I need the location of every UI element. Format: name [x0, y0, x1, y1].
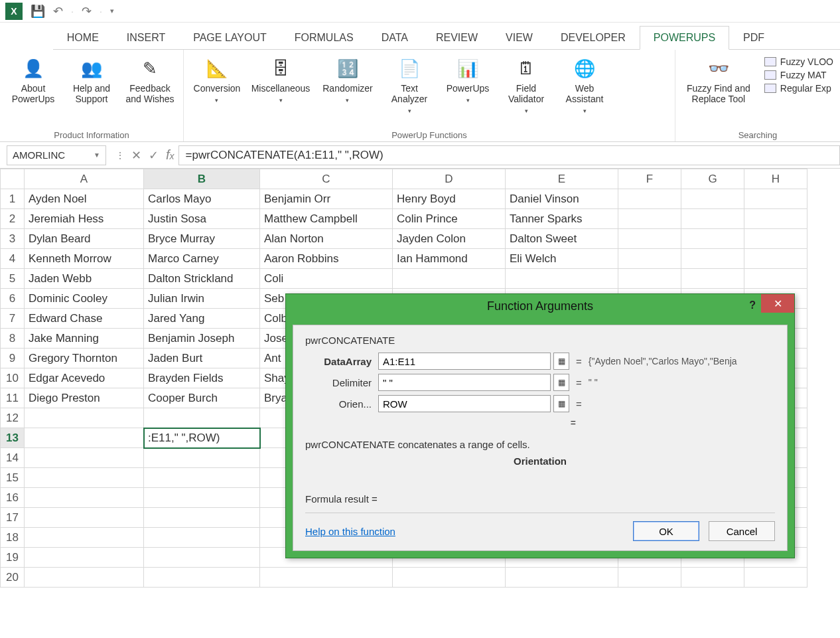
cell-D5[interactable]: [393, 269, 506, 289]
row-header-3[interactable]: 3: [1, 229, 25, 249]
dialog-titlebar[interactable]: Function Arguments ? ✕: [286, 294, 794, 318]
text-analyzer-button[interactable]: 📄Text Analyzer▾: [383, 54, 436, 118]
tab-pdf[interactable]: PDF: [729, 26, 778, 50]
cell-B13[interactable]: :E11," ",ROW): [144, 428, 260, 448]
cell-C20[interactable]: [260, 568, 393, 588]
column-header-G[interactable]: G: [681, 169, 744, 189]
cell-D4[interactable]: Ian Hammond: [393, 249, 506, 269]
cell-D1[interactable]: Henry Boyd: [393, 189, 506, 209]
cell-A5[interactable]: Jaden Webb: [25, 269, 144, 289]
cell-B6[interactable]: Julian Irwin: [144, 289, 260, 309]
cell-C5[interactable]: Coli: [260, 269, 393, 289]
web-assistant-button[interactable]: 🌐Web Assistant▾: [558, 54, 611, 118]
select-all-cell[interactable]: [1, 169, 25, 189]
cell-A7[interactable]: Edward Chase: [25, 309, 144, 329]
range-selector-icon[interactable]: ▦: [553, 374, 569, 391]
column-header-D[interactable]: D: [393, 169, 506, 189]
cell-F1[interactable]: [618, 189, 681, 209]
regular-exp-button[interactable]: Regular Exp: [764, 83, 833, 94]
dialog-close-icon[interactable]: ✕: [761, 294, 794, 313]
cell-G20[interactable]: [681, 568, 744, 588]
cell-E4[interactable]: Eli Welch: [506, 249, 618, 269]
cell-E5[interactable]: [506, 269, 618, 289]
cell-B15[interactable]: [144, 468, 260, 488]
cell-F3[interactable]: [618, 229, 681, 249]
fuzzy-find-replace-button[interactable]: 👓Fuzzy Find and Replace Tool: [682, 54, 755, 107]
arg-input-delimiter[interactable]: [378, 374, 551, 391]
tab-insert[interactable]: INSERT: [113, 26, 179, 50]
cell-B11[interactable]: Cooper Burch: [144, 388, 260, 408]
cell-G1[interactable]: [681, 189, 744, 209]
cell-E20[interactable]: [506, 568, 618, 588]
tab-powerups[interactable]: POWERUPS: [640, 26, 729, 50]
cell-A9[interactable]: Gregory Thornton: [25, 349, 144, 368]
row-header-18[interactable]: 18: [1, 528, 25, 548]
dialog-help-icon[interactable]: ?: [749, 299, 756, 311]
cell-G3[interactable]: [681, 229, 744, 249]
cell-H3[interactable]: [744, 229, 807, 249]
cell-F5[interactable]: [618, 269, 681, 289]
enter-formula-icon[interactable]: ✓: [145, 148, 162, 163]
cell-B9[interactable]: Jaden Burt: [144, 349, 260, 368]
row-header-16[interactable]: 16: [1, 488, 25, 508]
cell-H1[interactable]: [744, 189, 807, 209]
tab-view[interactable]: VIEW: [492, 26, 547, 50]
cell-B2[interactable]: Justin Sosa: [144, 209, 260, 229]
cell-B16[interactable]: [144, 488, 260, 508]
help-support-button[interactable]: 👥Help and Support: [65, 54, 118, 107]
cell-B19[interactable]: [144, 548, 260, 568]
cell-G5[interactable]: [681, 269, 744, 289]
chevron-down-icon[interactable]: ▼: [94, 151, 100, 159]
cell-H5[interactable]: [744, 269, 807, 289]
cell-F2[interactable]: [618, 209, 681, 229]
help-on-function-link[interactable]: Help on this function: [305, 526, 395, 537]
ok-button[interactable]: OK: [633, 521, 699, 541]
formula-input[interactable]: =pwrCONCATENATE(A1:E11," ",ROW): [178, 145, 840, 165]
tab-data[interactable]: DATA: [368, 26, 422, 50]
cell-B3[interactable]: Bryce Murray: [144, 229, 260, 249]
tab-page-layout[interactable]: PAGE LAYOUT: [179, 26, 281, 50]
cell-A4[interactable]: Kenneth Morrow: [25, 249, 144, 269]
cell-F20[interactable]: [618, 568, 681, 588]
tab-formulas[interactable]: FORMULAS: [281, 26, 368, 50]
cell-B14[interactable]: [144, 448, 260, 468]
about-powerups-button[interactable]: 👤About PowerUps: [7, 54, 60, 107]
cell-C1[interactable]: Benjamin Orr: [260, 189, 393, 209]
row-header-4[interactable]: 4: [1, 249, 25, 269]
save-icon[interactable]: 💾: [31, 4, 45, 19]
name-box[interactable]: AMORLINC ▼: [7, 145, 106, 165]
column-header-B[interactable]: B: [144, 169, 260, 189]
cell-B17[interactable]: [144, 508, 260, 528]
tab-developer[interactable]: DEVELOPER: [547, 26, 640, 50]
row-header-10[interactable]: 10: [1, 368, 25, 388]
cell-E1[interactable]: Daniel Vinson: [506, 189, 618, 209]
row-header-12[interactable]: 12: [1, 408, 25, 428]
cell-A19[interactable]: [25, 548, 144, 568]
cell-B12[interactable]: [144, 408, 260, 428]
fuzzy-vlookup-button[interactable]: Fuzzy VLOO: [764, 56, 833, 67]
cell-B1[interactable]: Carlos Mayo: [144, 189, 260, 209]
field-validator-button[interactable]: 🗓Field Validator▾: [500, 54, 553, 118]
cell-A10[interactable]: Edgar Acevedo: [25, 368, 144, 388]
cell-B10[interactable]: Brayden Fields: [144, 368, 260, 388]
row-header-7[interactable]: 7: [1, 309, 25, 329]
column-header-E[interactable]: E: [506, 169, 618, 189]
cell-D2[interactable]: Colin Prince: [393, 209, 506, 229]
cell-E3[interactable]: Dalton Sweet: [506, 229, 618, 249]
cell-C3[interactable]: Alan Norton: [260, 229, 393, 249]
customize-qat-icon[interactable]: ▾: [110, 7, 114, 15]
tab-home[interactable]: HOME: [53, 26, 113, 50]
fuzzy-match-button[interactable]: Fuzzy MAT: [764, 70, 833, 80]
row-header-1[interactable]: 1: [1, 189, 25, 209]
cell-H20[interactable]: [744, 568, 807, 588]
cell-A13[interactable]: [25, 428, 144, 448]
cell-A2[interactable]: Jeremiah Hess: [25, 209, 144, 229]
cancel-button[interactable]: Cancel: [709, 521, 775, 541]
cell-B20[interactable]: [144, 568, 260, 588]
row-header-19[interactable]: 19: [1, 548, 25, 568]
cell-H4[interactable]: [744, 249, 807, 269]
cell-A3[interactable]: Dylan Beard: [25, 229, 144, 249]
row-header-5[interactable]: 5: [1, 269, 25, 289]
cell-A16[interactable]: [25, 488, 144, 508]
column-header-C[interactable]: C: [260, 169, 393, 189]
